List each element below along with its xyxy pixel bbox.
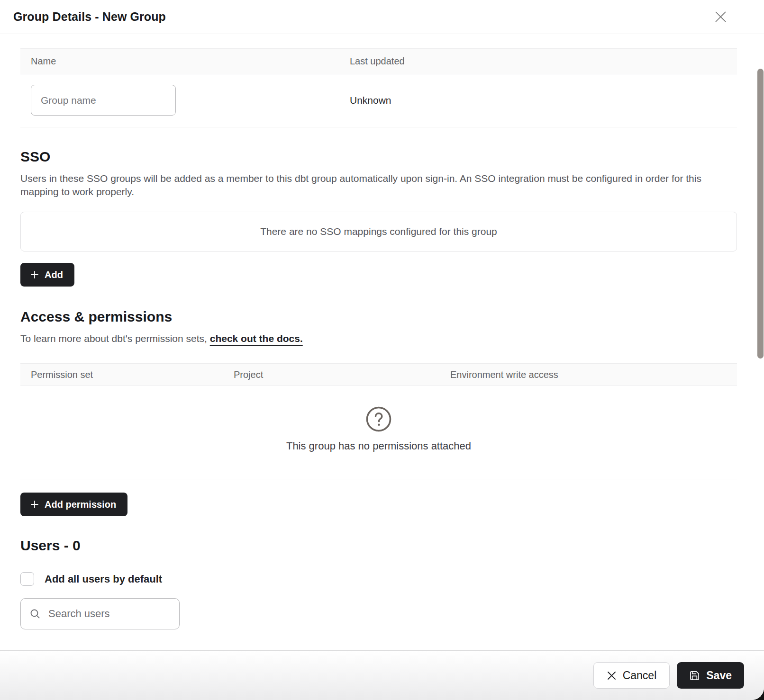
save-label: Save — [706, 669, 732, 682]
close-icon — [714, 10, 727, 23]
name-table-header: Name Last updated — [20, 48, 737, 74]
add-permission-button[interactable]: Add permission — [20, 493, 127, 516]
add-permission-label: Add permission — [45, 499, 116, 510]
cancel-button[interactable]: Cancel — [593, 662, 670, 689]
column-header-permission-set: Permission set — [20, 369, 223, 380]
search-users-field[interactable] — [20, 598, 180, 629]
modal-footer: Cancel Save — [0, 650, 764, 700]
sso-heading: SSO — [20, 148, 737, 165]
cancel-label: Cancel — [623, 669, 657, 682]
modal-title: Group Details - New Group — [13, 10, 166, 24]
save-button[interactable]: Save — [677, 662, 744, 689]
x-icon — [607, 671, 617, 681]
permissions-table: Permission set Project Environment write… — [20, 363, 737, 479]
permissions-heading: Access & permissions — [20, 308, 737, 325]
sso-empty-state: There are no SSO mappings configured for… — [20, 212, 737, 251]
permissions-empty-state-text: This group has no permissions attached — [286, 440, 471, 452]
sso-description: Users in these SSO groups will be added … — [20, 172, 717, 198]
plus-icon — [30, 500, 39, 509]
column-header-project: Project — [223, 369, 440, 380]
permissions-empty-state: This group has no permissions attached — [20, 386, 737, 479]
add-all-users-label: Add all users by default — [45, 573, 162, 585]
permissions-docs-line: To learn more about dbt's permission set… — [20, 333, 737, 344]
close-button[interactable] — [712, 9, 728, 25]
users-heading: Users - 0 — [20, 537, 737, 554]
docs-link[interactable]: check out the docs. — [210, 333, 303, 344]
question-circle-icon — [365, 406, 392, 432]
permissions-section: Access & permissions To learn more about… — [20, 308, 737, 516]
column-header-last-updated: Last updated — [339, 56, 737, 67]
permissions-docs-text: To learn more about dbt's permission set… — [20, 333, 210, 344]
group-name-input[interactable] — [31, 85, 176, 116]
modal-header: Group Details - New Group — [0, 0, 764, 34]
add-all-users-checkbox[interactable] — [20, 572, 34, 586]
search-users-input[interactable] — [47, 607, 171, 620]
last-updated-value: Unknown — [339, 95, 737, 106]
column-header-name: Name — [20, 56, 339, 67]
search-icon — [29, 608, 41, 619]
add-all-users-row: Add all users by default — [20, 572, 737, 586]
sso-empty-state-text: There are no SSO mappings configured for… — [260, 226, 497, 237]
add-sso-mapping-button[interactable]: Add — [20, 263, 74, 287]
column-header-environment-write-access: Environment write access — [440, 369, 737, 380]
plus-icon — [30, 270, 39, 279]
name-table: Name Last updated Unknown — [20, 48, 737, 127]
permissions-table-header: Permission set Project Environment write… — [20, 363, 737, 386]
add-sso-mapping-label: Add — [45, 269, 63, 280]
name-table-row: Unknown — [20, 74, 737, 127]
scrollbar-thumb[interactable] — [757, 69, 764, 359]
users-section: Users - 0 Add all users by default — [20, 537, 737, 629]
save-disk-icon — [689, 670, 700, 681]
sso-section: SSO Users in these SSO groups will be ad… — [20, 148, 737, 287]
group-details-modal: Group Details - New Group Name Last upda… — [0, 0, 764, 700]
modal-body: Name Last updated Unknown SSO Users in t… — [0, 34, 764, 650]
